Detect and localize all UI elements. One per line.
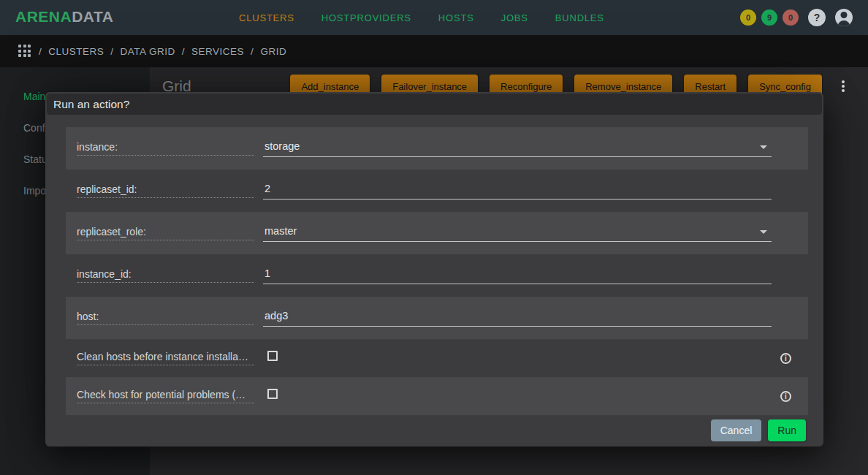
top-navbar: ARENADATA CLUSTERS HOSTPROVIDERS HOSTS J…: [0, 0, 868, 35]
jobs-failed-badge[interactable]: 0: [783, 10, 799, 26]
field-row-instance-id: instance_id: 1: [66, 254, 808, 297]
instance-select-value: storage: [264, 140, 300, 152]
dialog-title: Run an action?: [53, 98, 129, 111]
logo-text-data: DATA: [72, 8, 113, 25]
user-head-glyph: [841, 12, 848, 18]
breadcrumb-services[interactable]: SERVICES: [191, 46, 244, 57]
field-row-host: host: adg3: [66, 297, 808, 339]
field-row-check-host: Check host for potential problems (… i: [66, 377, 808, 415]
breadcrumb: / CLUSTERS / DATA GRID / SERVICES / GRID: [39, 35, 286, 67]
host-value: adg3: [264, 310, 288, 322]
user-account-icon[interactable]: [835, 9, 853, 26]
user-shoulders-glyph: [838, 20, 850, 26]
replicaset-role-select[interactable]: master: [263, 225, 772, 242]
breadcrumb-separator: /: [251, 46, 254, 57]
check-host-checkbox[interactable]: [267, 389, 278, 399]
field-label-instance: instance:: [77, 141, 254, 156]
breadcrumb-data-grid[interactable]: DATA GRID: [121, 46, 175, 57]
help-icon[interactable]: ?: [808, 9, 826, 26]
field-label-instance-id: instance_id:: [77, 268, 254, 283]
breadcrumb-clusters[interactable]: CLUSTERS: [48, 46, 104, 57]
apps-grid-icon[interactable]: [18, 45, 31, 57]
field-row-instance: instance: storage: [66, 127, 808, 170]
info-icon[interactable]: i: [780, 391, 791, 402]
nav-item-hosts[interactable]: HOSTS: [438, 12, 474, 23]
field-row-replicaset-id: replicaset_id: 2: [66, 170, 808, 212]
host-input[interactable]: adg3: [263, 310, 772, 327]
breadcrumb-separator: /: [182, 46, 185, 57]
field-label-replicaset-role: replicaset_role:: [77, 226, 254, 240]
breadcrumb-toolbar-bar: / CLUSTERS / DATA GRID / SERVICES / GRID…: [0, 35, 868, 67]
instance-id-value: 1: [264, 267, 270, 279]
chevron-down-icon: [760, 145, 767, 149]
field-label-replicaset-id: replicaset_id:: [77, 183, 254, 198]
dialog-footer: Cancel Run: [45, 419, 806, 441]
cancel-button[interactable]: Cancel: [711, 419, 762, 441]
run-button[interactable]: Run: [768, 419, 806, 441]
jobs-warning-badge[interactable]: 0: [740, 10, 756, 26]
nav-item-clusters[interactable]: CLUSTERS: [239, 12, 294, 23]
jobs-success-badge[interactable]: 9: [761, 10, 777, 26]
replicaset-id-value: 2: [264, 183, 270, 194]
arenadata-logo[interactable]: ARENADATA: [15, 8, 113, 26]
breadcrumb-grid[interactable]: GRID: [260, 46, 286, 57]
field-row-replicaset-role: replicaset_role: master: [66, 212, 808, 254]
chevron-down-icon: [760, 230, 767, 234]
clean-hosts-checkbox[interactable]: [267, 351, 278, 361]
field-label-clean-hosts: Clean hosts before instance installa…: [77, 351, 254, 365]
logo-text-arena: ARENA: [15, 8, 72, 25]
nav-item-bundles[interactable]: BUNDLES: [555, 12, 604, 23]
field-label-check-host: Check host for potential problems (…: [77, 389, 254, 403]
field-label-host: host:: [77, 311, 254, 325]
field-row-clean-hosts: Clean hosts before instance installa… i: [66, 339, 808, 377]
main-menu: CLUSTERS HOSTPROVIDERS HOSTS JOBS BUNDLE…: [239, 0, 604, 35]
dialog-header: Run an action?: [47, 94, 822, 115]
breadcrumb-separator: /: [110, 46, 113, 57]
dialog-form: instance: storage replicaset_id: 2 repli…: [66, 127, 808, 415]
topnav-right-group: 0 9 0 ?: [740, 0, 853, 35]
replicaset-role-select-value: master: [264, 225, 297, 237]
more-actions-kebab-icon[interactable]: [838, 77, 848, 95]
replicaset-id-input[interactable]: 2: [263, 183, 772, 200]
nav-item-jobs[interactable]: JOBS: [501, 12, 528, 23]
nav-item-hostproviders[interactable]: HOSTPROVIDERS: [321, 12, 411, 23]
run-action-dialog: Run an action? instance: storage replica…: [45, 92, 823, 446]
instance-select[interactable]: storage: [263, 140, 772, 157]
instance-id-input[interactable]: 1: [263, 267, 772, 284]
info-icon[interactable]: i: [780, 353, 791, 364]
breadcrumb-separator: /: [39, 46, 42, 57]
